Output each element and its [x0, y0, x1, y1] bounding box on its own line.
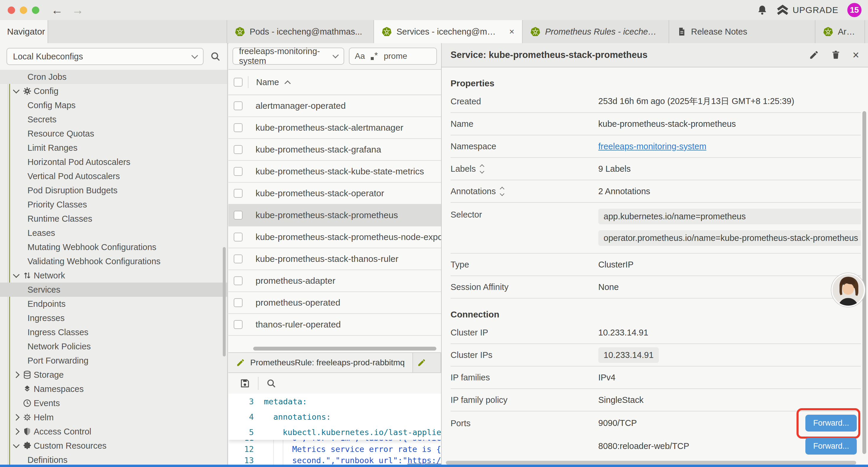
sidebar-item-namespaces[interactable]: Namespaces: [0, 382, 227, 396]
table-row[interactable]: kube-prometheus-stack-grafana: [228, 139, 441, 161]
port-link[interactable]: 9090/TCP: [598, 418, 637, 428]
chevron-down-icon[interactable]: [12, 444, 21, 447]
tab-pods-icecheng-mathmas[interactable]: Pods - icecheng@mathmas...: [227, 20, 374, 43]
namespace-link[interactable]: freeleaps-monitoring-system: [598, 142, 706, 151]
sidebar-item-validating-webhook-configurations[interactable]: Validating Webhook Configurations: [0, 254, 227, 268]
edit-pencil-icon[interactable]: [809, 50, 819, 60]
row-checkbox[interactable]: [234, 298, 243, 307]
sidebar-item-mutating-webhook-configurations[interactable]: Mutating Webhook Configurations: [0, 240, 227, 254]
table-row[interactable]: kube-prometheus-stack-alertmanager: [228, 117, 441, 139]
close-icon[interactable]: ×: [852, 49, 859, 61]
chevron-right-icon[interactable]: [12, 429, 21, 434]
chevron-down-icon[interactable]: [12, 274, 21, 277]
table-horizontal-scrollbar[interactable]: [253, 347, 436, 351]
sidebar-item-secrets[interactable]: Secrets: [0, 112, 227, 126]
sidebar-scrollbar[interactable]: [223, 247, 226, 356]
kubeconfig-selector[interactable]: Local Kubeconfigs: [6, 48, 204, 65]
table-row[interactable]: kube-prometheus-stack-operator: [228, 183, 441, 205]
editor-tab-prometheusrule[interactable]: PrometheusRule: freeleaps-prod-rabbitmq: [228, 353, 413, 372]
row-checkbox[interactable]: [234, 320, 243, 329]
back-arrow-icon[interactable]: ←: [51, 4, 63, 16]
sidebar-item-limit-ranges[interactable]: Limit Ranges: [0, 141, 227, 155]
port-link[interactable]: 8080:reloader-web/TCP: [598, 441, 689, 451]
namespace-selector[interactable]: freeleaps-monitoring-system: [232, 48, 344, 65]
navigator-tab[interactable]: Navigator: [0, 20, 48, 44]
sidebar-item-custom-resources[interactable]: Custom Resources: [0, 439, 227, 453]
search-icon[interactable]: [210, 51, 221, 62]
sidebar-item-endpoints[interactable]: Endpoints: [0, 297, 227, 311]
sidebar-item-config[interactable]: Config: [0, 84, 227, 98]
sidebar-item-leases[interactable]: Leases: [0, 226, 227, 240]
table-row[interactable]: prometheus-adapter: [228, 270, 441, 292]
notification-count-badge[interactable]: 15: [847, 3, 862, 17]
regex-toggle-icon[interactable]: *: [371, 50, 378, 62]
table-row[interactable]: prometheus-operated: [228, 292, 441, 314]
editor-search-icon[interactable]: [266, 378, 276, 388]
chevron-down-icon[interactable]: [12, 90, 21, 92]
row-checkbox[interactable]: [234, 167, 243, 176]
sidebar-item-horizontal-pod-autoscalers[interactable]: Horizontal Pod Autoscalers: [0, 155, 227, 169]
editor-tab-partial[interactable]: [413, 353, 441, 372]
forward-button[interactable]: Forward...: [805, 438, 857, 455]
tab-prometheus-rules-icecheng[interactable]: Prometheus Rules - icecheng...: [523, 20, 669, 43]
table-row[interactable]: alertmanager-operated: [228, 95, 441, 117]
sidebar-item-network[interactable]: Network: [0, 268, 227, 283]
line-number: 12: [228, 444, 264, 454]
sidebar-item-storage[interactable]: Storage: [0, 368, 227, 382]
row-checkbox[interactable]: [234, 123, 243, 132]
sidebar-item-vertical-pod-autoscalers[interactable]: Vertical Pod Autoscalers: [0, 169, 227, 183]
sidebar-item-helm[interactable]: Helm: [0, 410, 227, 425]
sidebar-item-events[interactable]: Events: [0, 396, 227, 410]
sidebar-item-port-forwarding[interactable]: Port Forwarding: [0, 353, 227, 368]
row-checkbox[interactable]: [234, 233, 243, 241]
save-icon[interactable]: [240, 378, 250, 389]
minimize-window-button[interactable]: [20, 6, 27, 14]
chevron-right-icon[interactable]: [12, 415, 21, 420]
expander-icon[interactable]: [480, 165, 484, 173]
row-checkbox[interactable]: [234, 211, 243, 220]
sidebar-item-config-maps[interactable]: Config Maps: [0, 98, 227, 112]
match-case-toggle[interactable]: Aa: [355, 52, 365, 61]
tab-release-notes[interactable]: Release Notes: [669, 20, 815, 43]
sidebar-item-ingress-classes[interactable]: Ingress Classes: [0, 325, 227, 339]
tab-services-icecheng-math[interactable]: Services - icecheng@math...×: [374, 20, 523, 43]
sidebar-item-access-control[interactable]: Access Control: [0, 425, 227, 439]
sidebar-item-runtime-classes[interactable]: Runtime Classes: [0, 212, 227, 226]
sidebar-item-cron-jobs[interactable]: Cron Jobs: [0, 70, 227, 84]
table-row[interactable]: kube-prometheus-stack-thanos-ruler: [228, 248, 441, 270]
expander-icon[interactable]: [500, 187, 504, 195]
tab-argo-se[interactable]: Argo Se: [815, 20, 865, 43]
maximize-window-button[interactable]: [32, 6, 39, 14]
sidebar-item-pod-disruption-budgets[interactable]: Pod Disruption Budgets: [0, 183, 227, 198]
editor-link[interactable]: https://net: [407, 456, 441, 465]
row-checkbox[interactable]: [234, 189, 243, 198]
table-row[interactable]: kube-prometheus-stack-prometheus-node-ex…: [228, 226, 441, 248]
forward-arrow-icon[interactable]: →: [72, 4, 84, 16]
details-horizontal-scrollbar[interactable]: [446, 461, 856, 465]
forward-button[interactable]: Forward...: [805, 415, 857, 432]
sidebar-item-resource-quotas[interactable]: Resource Quotas: [0, 126, 227, 141]
sort-asc-icon[interactable]: [284, 80, 291, 86]
table-row[interactable]: kube-prometheus-stack-kube-state-metrics: [228, 161, 441, 183]
sidebar-item-network-policies[interactable]: Network Policies: [0, 339, 227, 353]
upgrade-button[interactable]: UPGRADE: [777, 5, 838, 16]
tab-close-icon[interactable]: ×: [504, 27, 514, 37]
bell-icon[interactable]: [756, 4, 768, 16]
search-input[interactable]: Aa * prome: [349, 48, 437, 65]
sidebar-item-priority-classes[interactable]: Priority Classes: [0, 198, 227, 212]
yaml-editor[interactable]: 3metadata:4annotations:5kubectl.kubernet…: [228, 394, 441, 467]
row-checkbox[interactable]: [234, 101, 243, 110]
table-row[interactable]: thanos-ruler-operated: [228, 314, 441, 336]
table-row[interactable]: kube-prometheus-stack-prometheus: [228, 205, 441, 226]
sidebar-item-services[interactable]: Services: [0, 283, 227, 297]
sidebar-item-ingresses[interactable]: Ingresses: [0, 311, 227, 325]
trash-icon[interactable]: [831, 50, 841, 60]
chevron-right-icon[interactable]: [12, 372, 21, 377]
close-window-button[interactable]: [8, 6, 15, 14]
select-all-checkbox[interactable]: [234, 78, 243, 87]
avatar[interactable]: [831, 272, 866, 308]
row-checkbox[interactable]: [234, 276, 243, 285]
name-column-header[interactable]: Name: [256, 78, 279, 87]
row-checkbox[interactable]: [234, 255, 243, 263]
row-checkbox[interactable]: [234, 145, 243, 154]
